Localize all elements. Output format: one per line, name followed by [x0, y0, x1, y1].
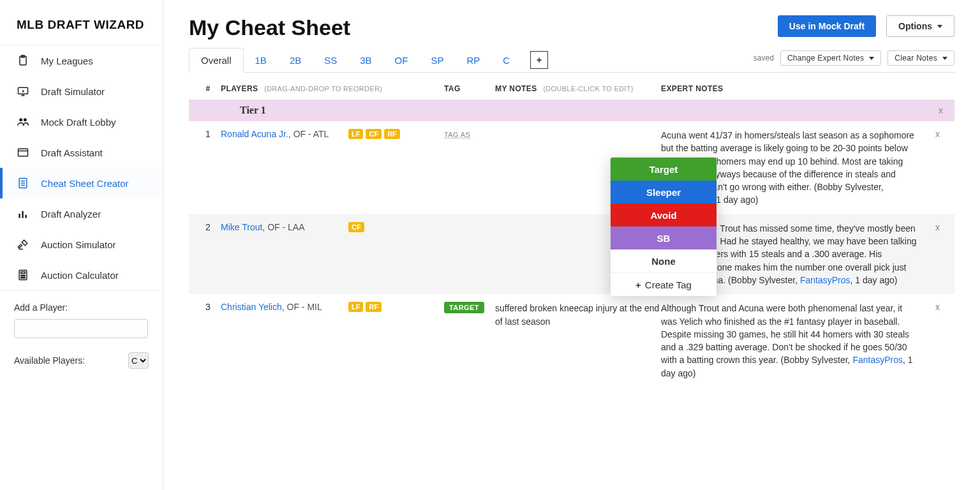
player-info: , OF - ATL — [288, 129, 329, 139]
svg-point-16 — [22, 277, 24, 278]
nav-label: Draft Analyzer — [41, 209, 101, 219]
add-player-label: Add a Player: — [14, 302, 149, 313]
position-badge: CF — [366, 129, 382, 139]
tab-c[interactable]: C — [491, 48, 521, 72]
tag-cell[interactable] — [444, 222, 495, 286]
create-tag-button[interactable]: + Create Tag — [611, 273, 716, 296]
tab-1b[interactable]: 1B — [244, 48, 278, 72]
brand-title: MLB DRAFT WIZARD — [0, 0, 163, 45]
edit-hint: (DOUBLE-CLICK TO EDIT) — [543, 85, 633, 93]
tag-as-button[interactable]: TAG AS — [444, 131, 470, 138]
tag-option-avoid[interactable]: Avoid — [611, 204, 716, 226]
nav-draft-simulator[interactable]: Draft Simulator — [0, 76, 163, 107]
position-badge: LF — [348, 129, 363, 139]
nav-auction-simulator[interactable]: Auction Simulator — [0, 229, 163, 260]
tab-overall[interactable]: Overall — [189, 48, 244, 73]
change-notes-label: Change Expert Notes — [787, 54, 864, 63]
position-badge: LF — [348, 302, 363, 312]
available-players-select[interactable]: C — [128, 352, 149, 369]
tab-ss[interactable]: SS — [313, 48, 348, 72]
table-row[interactable]: 3 Christian Yelich, OF - MIL LF RF TARGE… — [189, 294, 954, 387]
caret-down-icon — [942, 57, 947, 60]
col-num: # — [195, 84, 221, 93]
create-tag-label: Create Tag — [645, 279, 692, 290]
options-label: Options — [898, 21, 932, 31]
add-tab-button[interactable]: + — [530, 51, 548, 69]
player-info: , OF - LAA — [262, 222, 304, 232]
header-buttons: Use in Mock Draft Options — [778, 15, 954, 37]
row-remove-button[interactable]: x — [935, 302, 948, 380]
nav-list: My Leagues Draft Simulator Mock Draft Lo… — [0, 45, 163, 290]
tab-3b[interactable]: 3B — [348, 48, 383, 72]
caret-down-icon — [869, 57, 874, 60]
clipboard-icon — [17, 54, 29, 67]
player-link[interactable]: Mike Trout — [221, 222, 262, 232]
tab-of[interactable]: OF — [383, 48, 420, 72]
row-remove-button[interactable]: x — [935, 129, 948, 207]
position-tags: LF CF RF — [348, 129, 400, 139]
nav-mock-lobby[interactable]: Mock Draft Lobby — [0, 107, 163, 137]
tabs: Overall 1B 2B SS 3B OF SP RP C + — [189, 48, 548, 72]
position-tags: LF RF — [348, 302, 382, 312]
svg-point-13 — [22, 275, 24, 276]
add-player-input[interactable] — [14, 319, 148, 338]
tier-remove-button[interactable]: x — [939, 105, 948, 115]
svg-point-17 — [24, 277, 26, 278]
sidebar: MLB DRAFT WIZARD My Leagues Draft Simula… — [0, 0, 163, 490]
my-notes-cell[interactable]: suffered broken kneecap injury at the en… — [495, 302, 661, 380]
player-cell: Ronald Acuna Jr., OF - ATL LF CF RF — [221, 129, 444, 207]
position-tags: CF — [348, 222, 364, 232]
tier-row[interactable]: Tier 1 x — [189, 100, 954, 121]
svg-rect-8 — [22, 211, 24, 218]
document-lines-icon — [17, 177, 29, 189]
position-badge: RF — [384, 129, 400, 139]
use-mock-draft-button[interactable]: Use in Mock Draft — [778, 15, 876, 37]
nav-my-leagues[interactable]: My Leagues — [0, 45, 163, 76]
tab-sp[interactable]: SP — [419, 48, 455, 72]
users-icon — [17, 115, 29, 128]
player-link[interactable]: Christian Yelich — [221, 302, 282, 312]
tag-cell: TARGET — [444, 302, 495, 380]
tier-label: Tier 1 — [240, 105, 266, 116]
row-number: 1 — [195, 129, 221, 207]
row-number: 3 — [195, 302, 221, 380]
tag-target-pill[interactable]: TARGET — [444, 302, 484, 313]
options-button[interactable]: Options — [886, 15, 954, 37]
nav-draft-assistant[interactable]: Draft Assistant — [0, 137, 163, 168]
nav-auction-calculator[interactable]: Auction Calculator — [0, 260, 163, 290]
player-link[interactable]: Ronald Acuna Jr. — [221, 129, 288, 139]
header-row: My Cheat Sheet Use in Mock Draft Options — [189, 15, 954, 40]
change-expert-notes-button[interactable]: Change Expert Notes — [780, 50, 881, 66]
player-info: , OF - MIL — [282, 302, 322, 312]
tab-rp[interactable]: RP — [455, 48, 491, 72]
nav-label: My Leagues — [41, 56, 93, 66]
tag-option-target[interactable]: Target — [611, 158, 716, 181]
available-players-label: Available Players: — [14, 355, 85, 366]
available-players-row: Available Players: C — [14, 352, 149, 369]
col-expert-notes: EXPERT NOTES — [661, 84, 948, 93]
tag-option-none[interactable]: None — [611, 249, 716, 272]
table-row[interactable]: 2 Mike Trout, OF - LAA CF Although Mike … — [189, 214, 954, 294]
nav-label: Mock Draft Lobby — [41, 117, 116, 128]
svg-point-14 — [24, 275, 26, 276]
tag-option-sb[interactable]: SB — [611, 226, 716, 249]
fantasypros-link[interactable]: FantasyPros — [852, 355, 903, 365]
clear-notes-button[interactable]: Clear Notes — [887, 50, 954, 66]
sidebar-lower: Add a Player: Available Players: C — [0, 290, 163, 380]
position-badge: RF — [366, 302, 382, 312]
plus-icon: + — [635, 279, 641, 290]
svg-rect-9 — [25, 215, 27, 218]
fantasypros-link[interactable]: FantasyPros — [800, 275, 850, 285]
tag-option-sleeper[interactable]: Sleeper — [611, 181, 716, 204]
right-tools: saved Change Expert Notes Clear Notes — [754, 50, 954, 70]
svg-point-4 — [24, 118, 27, 121]
position-badge: CF — [348, 222, 364, 232]
col-my-notes: MY NOTES (DOUBLE-CLICK TO EDIT) — [495, 84, 661, 93]
row-remove-button[interactable]: x — [935, 222, 948, 286]
table-row[interactable]: 1 Ronald Acuna Jr., OF - ATL LF CF RF — [189, 121, 954, 214]
nav-draft-analyzer[interactable]: Draft Analyzer — [0, 198, 163, 229]
clear-notes-label: Clear Notes — [895, 54, 937, 63]
tab-2b[interactable]: 2B — [278, 48, 313, 72]
svg-point-3 — [19, 118, 22, 121]
nav-cheat-sheet-creator[interactable]: Cheat Sheet Creator — [0, 168, 163, 198]
